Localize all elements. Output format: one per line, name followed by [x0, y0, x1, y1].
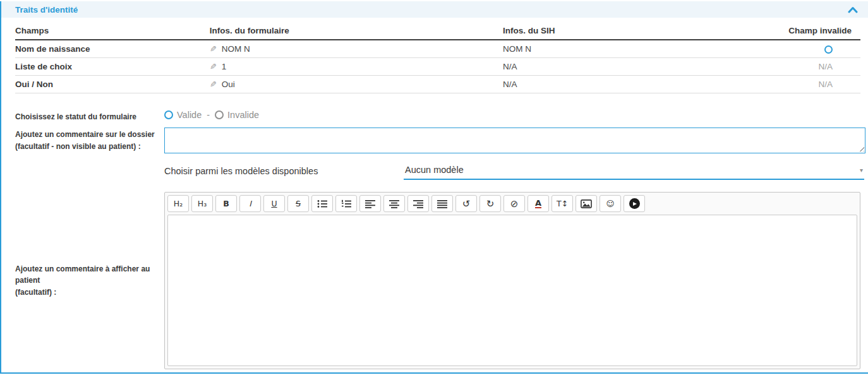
template-select-label: Choisir parmi les modèles disponibles — [164, 166, 404, 180]
dossier-comment-row: Ajoutez un commentaire sur le dossier (f… — [15, 128, 868, 153]
align-left-icon — [365, 199, 375, 208]
form-value: NOM N — [222, 44, 250, 54]
pencil-icon[interactable]: ✎ — [210, 44, 217, 54]
underline-button[interactable]: U — [263, 195, 285, 212]
pencil-icon[interactable]: ✎ — [210, 62, 217, 71]
heading2-button[interactable]: H₂ — [167, 195, 189, 212]
align-right-icon — [413, 199, 423, 208]
panel-title: Traits d'identité — [15, 5, 78, 15]
justify-button[interactable] — [431, 195, 453, 212]
dossier-comment-label: Ajoutez un commentaire sur le dossier (f… — [15, 128, 164, 153]
select-arrow-icon: ▾ — [860, 167, 863, 174]
invalid-na: N/A — [780, 75, 860, 93]
field-name: Oui / Non — [15, 75, 210, 93]
invalide-radio[interactable] — [215, 110, 224, 119]
column-header-sih: Infos. du SIH — [503, 24, 780, 40]
redo-button[interactable]: ↻ — [479, 195, 501, 212]
field-name: Nom de naissance — [15, 40, 210, 57]
italic-button[interactable]: I — [239, 195, 261, 212]
valide-radio[interactable] — [164, 110, 173, 119]
undo-button[interactable]: ↺ — [455, 195, 477, 212]
identity-panel: Traits d'identité Champs Infos. du formu… — [0, 1, 868, 374]
template-row: Choisir parmi les modèles disponibles Au… — [164, 165, 864, 180]
sih-value: N/A — [503, 75, 780, 93]
align-right-button[interactable] — [407, 195, 429, 212]
emoji-button[interactable]: ☺ — [600, 195, 621, 212]
column-header-champs: Champs — [15, 24, 210, 40]
heading3-button[interactable]: H₃ — [191, 195, 213, 212]
image-button[interactable] — [576, 195, 597, 212]
form-value: Oui — [222, 80, 235, 89]
play-icon — [629, 198, 640, 209]
form-value-cell: ✎1 — [210, 57, 503, 75]
identity-table: Champs Infos. du formulaire Infos. du SI… — [15, 24, 860, 93]
align-left-button[interactable] — [359, 195, 381, 212]
status-label: Choisissez le statut du formulaire — [15, 110, 164, 123]
patient-comment-editor[interactable] — [167, 215, 857, 366]
clear-formatting-button[interactable]: ⊘ — [503, 195, 525, 212]
strikethrough-button[interactable]: S — [287, 195, 309, 212]
status-row: Choisissez le statut du formulaire Valid… — [15, 110, 868, 123]
pencil-icon[interactable]: ✎ — [210, 80, 217, 89]
table-header-row: Champs Infos. du formulaire Infos. du SI… — [15, 24, 860, 40]
rich-text-editor: H₂ H₃ B I U S — [164, 192, 860, 369]
align-center-icon — [389, 199, 399, 208]
form-value: 1 — [222, 62, 227, 71]
video-button[interactable] — [624, 195, 645, 212]
valide-label: Valide — [177, 110, 202, 120]
status-radio-group: Valide - Invalide — [164, 110, 259, 120]
champ-invalide-radio[interactable] — [824, 45, 833, 54]
unordered-list-icon — [317, 199, 327, 208]
text-size-button[interactable]: T↕ — [552, 195, 573, 212]
align-center-button[interactable] — [383, 195, 405, 212]
unordered-list-button[interactable] — [311, 195, 333, 212]
radio-separator: - — [207, 110, 210, 120]
table-row: Nom de naissance ✎NOM N NOM N — [15, 40, 860, 57]
field-name: Liste de choix — [15, 57, 210, 75]
ordered-list-button[interactable] — [335, 195, 357, 212]
sih-value: N/A — [503, 57, 780, 75]
column-header-invalide: Champ invalide — [780, 24, 860, 40]
invalide-label: Invalide — [227, 110, 259, 120]
image-icon — [581, 199, 592, 208]
column-header-formulaire: Infos. du formulaire — [210, 24, 503, 40]
table-row: Oui / Non ✎Oui N/A N/A — [15, 75, 860, 93]
table-row: Liste de choix ✎1 N/A N/A — [15, 57, 860, 75]
invalid-na: N/A — [780, 57, 860, 75]
patient-comment-label: Ajoutez un commentaire à afficher au pat… — [15, 263, 164, 299]
sih-value: NOM N — [503, 40, 780, 57]
editor-toolbar: H₂ H₃ B I U S — [167, 195, 857, 212]
bold-button[interactable]: B — [215, 195, 237, 212]
ordered-list-icon — [341, 199, 351, 208]
collapse-button[interactable] — [848, 6, 858, 13]
patient-comment-row: Ajoutez un commentaire à afficher au pat… — [15, 192, 868, 369]
form-value-cell: ✎Oui — [210, 75, 503, 93]
chevron-up-icon — [848, 6, 858, 13]
form-value-cell: ✎NOM N — [210, 40, 503, 57]
invalid-cell — [780, 40, 860, 57]
template-select[interactable]: Aucun modèle ▾ — [404, 165, 864, 180]
justify-icon — [437, 199, 447, 208]
dossier-comment-textarea[interactable] — [164, 128, 865, 153]
panel-header: Traits d'identité — [1, 1, 868, 18]
text-color-button[interactable]: A — [527, 195, 549, 212]
template-selected-value: Aucun modèle — [405, 165, 464, 175]
